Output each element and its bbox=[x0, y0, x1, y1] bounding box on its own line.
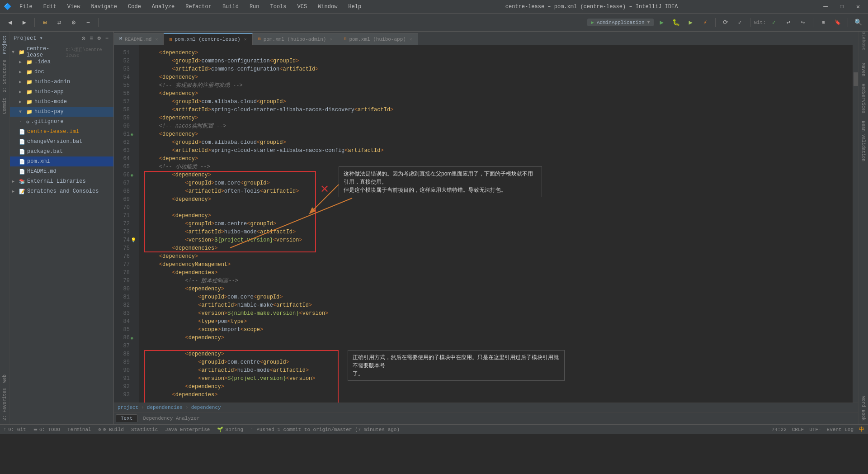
panel-commit[interactable]: Commit bbox=[1, 96, 8, 116]
tree-item-idea[interactable]: ▶ 📁 .idea bbox=[10, 57, 113, 67]
editor-content[interactable]: 5152535455565758596061◉6263646566◉676869… bbox=[114, 45, 858, 403]
readme-tab-close[interactable]: ✕ bbox=[155, 37, 158, 42]
menu-tools[interactable]: Tools bbox=[268, 3, 289, 11]
ext-libs-expand-icon: ▶ bbox=[12, 179, 17, 184]
tree-item-huibo-mode[interactable]: ▶ 📁 huibo-mode bbox=[10, 97, 113, 107]
menu-code[interactable]: Code bbox=[125, 3, 144, 11]
panel-redis[interactable]: RedServices bbox=[860, 82, 867, 115]
status-line-col[interactable]: 74:22 bbox=[772, 427, 787, 432]
panel-project[interactable]: Project bbox=[1, 33, 8, 56]
panel-web[interactable]: Web bbox=[1, 373, 8, 384]
redo-button[interactable]: ↪ bbox=[797, 16, 809, 29]
run-button[interactable]: ▶ bbox=[656, 16, 668, 29]
panel-bean-validation[interactable]: Bean Validation bbox=[860, 119, 867, 163]
tree-root[interactable]: ▼ 📁 centre-lease D:\项目\centre-lease bbox=[10, 47, 113, 57]
menu-vcs[interactable]: VCS bbox=[295, 3, 310, 11]
pom-happ-tab-close[interactable]: ✕ bbox=[410, 37, 412, 42]
terminal-button[interactable]: ⊞ bbox=[817, 16, 830, 29]
tab-readme[interactable]: M README.md ✕ bbox=[114, 33, 164, 45]
spring-icon: 🌱 bbox=[217, 427, 223, 432]
tree-item-huibo-admin[interactable]: ▶ 📁 huibo-admin bbox=[10, 77, 113, 87]
tree-item-iml[interactable]: 📄 centre-lease.iml bbox=[10, 127, 113, 137]
coverage-button[interactable]: ▶ bbox=[684, 16, 697, 29]
status-todo[interactable]: ☰ 6: TODO bbox=[33, 427, 60, 432]
menu-help[interactable]: Help bbox=[345, 3, 364, 11]
status-ime[interactable]: 中 bbox=[859, 426, 864, 433]
status-terminal[interactable]: Terminal bbox=[67, 427, 91, 432]
sync-button[interactable]: ⇄ bbox=[53, 16, 66, 29]
bookmark-button[interactable]: 🔖 bbox=[831, 16, 844, 29]
tree-item-huibo-pay[interactable]: ▼ 📁 huibo-pay bbox=[10, 107, 113, 117]
tree-item-pom[interactable]: 📄 pom.xml bbox=[10, 156, 113, 166]
status-statistic[interactable]: Statistic bbox=[131, 427, 158, 432]
idea-folder-icon: 📁 bbox=[26, 59, 33, 65]
pom-cl-tab-close[interactable]: ✕ bbox=[244, 37, 247, 42]
panel-word-book[interactable]: Word Book bbox=[860, 394, 867, 422]
project-structure-button[interactable]: ⊞ bbox=[38, 16, 51, 29]
tree-item-changebat[interactable]: 📄 changeVersion.bat bbox=[10, 137, 113, 147]
status-build[interactable]: ⚙ ⚙ Build bbox=[99, 427, 124, 432]
status-event-log[interactable]: Event Log bbox=[827, 427, 854, 432]
code-area[interactable]: <dependency> <groupId>commons-configurat… bbox=[139, 45, 853, 403]
tab-pom-huibo-app[interactable]: m pom.xml (huibo-app) ✕ bbox=[338, 33, 418, 45]
tab-text[interactable]: Text bbox=[116, 414, 137, 422]
tree-item-doc[interactable]: ▶ 📁 doc bbox=[10, 67, 113, 77]
terminal-label: Terminal bbox=[67, 427, 91, 432]
search-everywhere-button[interactable]: 🔍 bbox=[852, 16, 864, 29]
menu-navigate[interactable]: Navigate bbox=[88, 3, 120, 11]
sidebar-collapse-button[interactable]: ≡ bbox=[88, 34, 94, 43]
minimize-button[interactable]: ─ bbox=[819, 0, 832, 13]
sidebar-settings-button[interactable]: ⚙ bbox=[96, 34, 102, 43]
vcs-commit-button[interactable]: ✓ bbox=[734, 16, 746, 29]
back-button[interactable]: ◀ bbox=[4, 16, 16, 29]
path-project[interactable]: project bbox=[118, 405, 138, 410]
panel-maven[interactable]: Maven bbox=[860, 61, 867, 78]
menu-file[interactable]: File bbox=[17, 3, 35, 11]
tab-pom-huibo-admin[interactable]: m pom.xml (huibo-admin) ✕ bbox=[253, 33, 339, 45]
status-java-enterprise[interactable]: Java Enterprise bbox=[165, 427, 210, 432]
pom-ha-tab-close[interactable]: ✕ bbox=[330, 37, 332, 42]
tab-dependency-analyzer[interactable]: Dependency Analyzer bbox=[138, 415, 204, 422]
vertical-scrollbar[interactable] bbox=[853, 45, 858, 403]
vcs-update-button[interactable]: ⟳ bbox=[719, 16, 732, 29]
forward-button[interactable]: ▶ bbox=[18, 16, 31, 29]
menu-refactor[interactable]: Refactor bbox=[183, 3, 214, 11]
search-button[interactable]: − bbox=[82, 16, 94, 29]
build-icon: ⚙ bbox=[99, 427, 101, 432]
scrollbar-thumb[interactable] bbox=[854, 72, 858, 86]
menu-edit[interactable]: Edit bbox=[41, 3, 59, 11]
sidebar-hide-button[interactable]: − bbox=[104, 34, 110, 43]
sidebar-locate-button[interactable]: ◎ bbox=[80, 34, 86, 43]
menu-view[interactable]: View bbox=[65, 3, 83, 11]
right-panels: Database Maven RedServices Bean Validati… bbox=[858, 32, 868, 424]
tree-item-gitignore[interactable]: · ⚙ .gitignore bbox=[10, 117, 113, 127]
tree-item-packagebat[interactable]: 📄 package.bat bbox=[10, 147, 113, 156]
git-tick-button[interactable]: ✓ bbox=[768, 16, 780, 29]
tree-item-huibo-app[interactable]: ▶ 📁 huibo-app bbox=[10, 87, 113, 97]
tree-item-ext-libs[interactable]: ▶ 📚 External Libraries bbox=[10, 176, 113, 186]
panel-structure[interactable]: 2: Structure bbox=[1, 58, 8, 94]
panel-database[interactable]: Database bbox=[859, 32, 868, 52]
status-charset[interactable]: UTF- bbox=[809, 427, 821, 432]
menu-run[interactable]: Run bbox=[247, 3, 262, 11]
status-git[interactable]: ↑ 9: Git bbox=[4, 427, 26, 432]
run-config-selector[interactable]: ▶ AdminApplication ▼ bbox=[587, 19, 653, 26]
status-spring[interactable]: 🌱 Spring bbox=[217, 427, 243, 432]
readme-tab-label: README.md bbox=[125, 37, 151, 42]
debug-button[interactable]: 🐛 bbox=[670, 16, 683, 29]
tab-pom-centre-lease[interactable]: m pom.xml (centre-lease) ✕ bbox=[164, 33, 252, 45]
settings-button[interactable]: ⚙ bbox=[67, 16, 80, 29]
undo-button[interactable]: ↩ bbox=[782, 16, 795, 29]
tree-item-readme[interactable]: 📄 README.md bbox=[10, 166, 113, 176]
tree-item-scratches[interactable]: ▶ 📝 Scratches and Consoles bbox=[10, 186, 113, 196]
menu-build[interactable]: Build bbox=[220, 3, 241, 11]
status-crlf[interactable]: CRLF bbox=[792, 427, 804, 432]
menu-window[interactable]: Window bbox=[315, 3, 340, 11]
path-dependencies[interactable]: dependencies bbox=[147, 405, 183, 410]
profile-button[interactable]: ⚡ bbox=[699, 16, 712, 29]
maximize-button[interactable]: □ bbox=[835, 0, 848, 13]
panel-favorites[interactable]: 2: Favorites bbox=[1, 386, 8, 422]
path-dependency[interactable]: dependency bbox=[191, 405, 221, 410]
menu-analyze[interactable]: Analyze bbox=[149, 3, 177, 11]
close-button[interactable]: ✕ bbox=[852, 0, 864, 13]
